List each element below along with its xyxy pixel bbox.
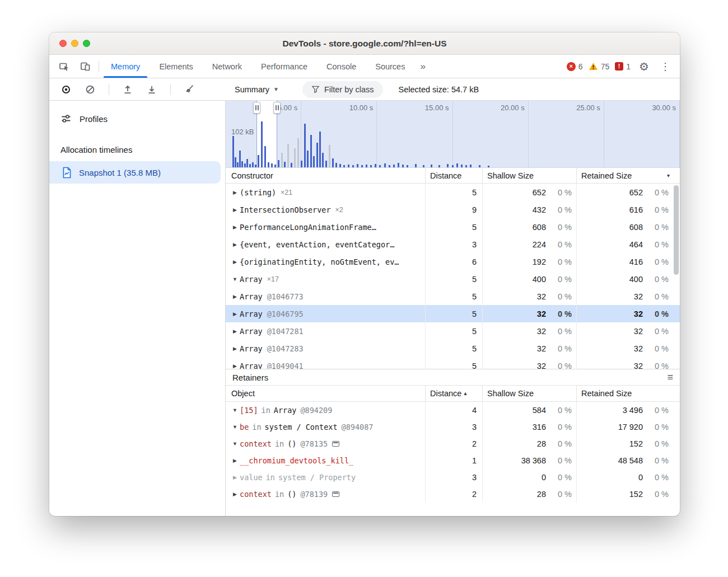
perspective-select[interactable]: Summary ▼ — [235, 85, 279, 94]
column-header-retained-size[interactable]: Retained Size — [577, 386, 673, 401]
inspect-element-icon[interactable] — [56, 59, 72, 74]
column-header-object[interactable]: Object — [226, 386, 426, 401]
table-row[interactable]: ▶PerformanceLongAnimationFrame… 5 6080 %… — [226, 218, 680, 236]
retainer-row[interactable]: ▼beinsystem / Context@894087 3 3160 % 17… — [226, 419, 680, 435]
shallow-size-value: 316 — [533, 423, 546, 431]
reveal-in-sources-icon[interactable] — [332, 491, 339, 497]
close-button[interactable] — [59, 40, 67, 47]
expand-arrow-icon[interactable]: ▶ — [230, 491, 240, 497]
retained-size-pct: 0 % — [643, 456, 669, 465]
timeline-bar — [258, 155, 259, 167]
devtools-window: DevTools - store.google.com/?hl=en-US Me… — [49, 32, 680, 516]
main-menu-button[interactable]: ⋮ — [657, 59, 673, 74]
devtools-tabbar: Memory Elements Network Performance Cons… — [49, 55, 680, 78]
table-row[interactable]: ▶{event, eventAction, eventCategor… 3 22… — [226, 236, 680, 253]
error-badge[interactable]: × 6 — [567, 62, 583, 71]
allocation-timeline[interactable]: 5.00 s 10.00 s 15.00 s 20.00 s 25.00 s 3… — [226, 101, 680, 168]
vertical-scrollbar-thumb[interactable] — [674, 185, 679, 275]
tab-memory[interactable]: Memory — [101, 55, 150, 78]
table-row[interactable]: ▶Array@1046773 5 320 % 320 % — [226, 288, 680, 305]
expand-arrow-icon[interactable]: ▶ — [230, 242, 240, 247]
record-heap-icon[interactable] — [58, 82, 74, 97]
tab-console[interactable]: Console — [317, 55, 366, 78]
column-header-shallow-size[interactable]: Shallow Size — [483, 168, 577, 183]
retainer-row[interactable]: ▶contextin()@78139 2 280 % 1520 % — [226, 486, 680, 503]
warning-badge[interactable]: 75 — [589, 62, 610, 71]
retainer-row[interactable]: ▼[15]inArray@894209 4 5840 % 3 4960 % — [226, 402, 680, 419]
collapse-arrow-icon[interactable]: ▼ — [230, 407, 240, 413]
expand-arrow-icon[interactable]: ▶ — [230, 259, 240, 265]
expand-arrow-icon[interactable]: ▶ — [230, 458, 240, 463]
retainer-row[interactable]: ▶__chromium_devtools_kill_ 1 38 3680 % 4… — [226, 452, 680, 469]
timeline-bar — [301, 161, 302, 167]
table-row[interactable]: ▶IntersectionObserver×2 9 4320 % 6160 % — [226, 201, 680, 218]
clear-profiles-icon[interactable] — [82, 82, 98, 97]
constructor-name: (string) — [240, 188, 276, 197]
zoom-button[interactable] — [83, 40, 90, 47]
tab-network[interactable]: Network — [203, 55, 251, 78]
expand-arrow-icon[interactable]: ▶ — [230, 294, 240, 299]
collapse-arrow-icon[interactable]: ▼ — [230, 424, 240, 430]
column-header-distance[interactable]: Distance — [426, 168, 483, 183]
tab-elements[interactable]: Elements — [150, 55, 202, 78]
settings-button[interactable]: ⚙ — [636, 59, 652, 74]
expand-arrow-icon[interactable]: ▶ — [230, 329, 240, 334]
column-header-constructor[interactable]: Constructor — [226, 168, 426, 183]
shallow-size-value: 400 — [533, 275, 546, 284]
column-header-shallow-size[interactable]: Shallow Size — [483, 386, 577, 401]
snapshot-file-icon — [62, 167, 72, 179]
class-filter-input[interactable]: Filter by class — [302, 81, 383, 98]
collect-garbage-icon[interactable] — [181, 82, 197, 97]
timeline-bar — [307, 151, 309, 167]
expand-arrow-icon[interactable]: ▶ — [230, 346, 240, 351]
profiles-label: Profiles — [80, 114, 108, 124]
table-row[interactable]: ▼Array×17 5 4000 % 4000 % — [226, 270, 680, 288]
table-row[interactable]: ▶Array@1047283 5 320 % 320 % — [226, 340, 680, 357]
perspective-label: Summary — [235, 85, 269, 94]
tab-performance[interactable]: Performance — [251, 55, 317, 78]
collapse-arrow-icon[interactable]: ▼ — [230, 276, 240, 282]
expand-arrow-icon[interactable]: ▶ — [230, 190, 240, 195]
shallow-size-pct: 0 % — [546, 344, 572, 353]
hamburger-menu-icon[interactable]: ≡ — [667, 372, 673, 383]
shallow-size-pct: 0 % — [546, 205, 572, 214]
retainer-row[interactable]: ▼contextin()@78135 2 280 % 1520 % — [226, 435, 680, 452]
selection-left-handle[interactable] — [253, 102, 260, 114]
expand-arrow-icon[interactable]: ▶ — [230, 363, 240, 369]
device-toolbar-icon[interactable] — [77, 59, 93, 74]
issues-badge[interactable]: ! 1 — [615, 62, 631, 71]
column-header-retained-size[interactable]: Retained Size ▾ — [577, 168, 673, 183]
profiles-header[interactable]: Profiles — [49, 107, 225, 130]
reveal-in-sources-icon[interactable] — [332, 441, 339, 447]
more-tabs-icon[interactable]: » — [414, 55, 431, 78]
sidebar-item-snapshot-1[interactable]: Snapshot 1 (35.8 MB) — [49, 161, 221, 184]
retainer-property: value — [240, 473, 263, 482]
retained-size-value: 0 — [638, 473, 643, 482]
table-row[interactable]: ▶{originatingEntity, noGtmEvent, ev… 6 1… — [226, 253, 680, 270]
minimize-button[interactable] — [71, 40, 78, 47]
retained-size-value: 48 548 — [618, 456, 643, 465]
table-row[interactable]: ▶Array@1049041 5 320 % 320 % — [226, 357, 680, 369]
shallow-size-pct: 0 % — [546, 309, 572, 318]
table-row-selected[interactable]: ▶Array@1046795 5 320 % 320 % — [226, 305, 680, 322]
chevron-down-icon: ▼ — [273, 86, 279, 92]
profiles-sidebar: Profiles Allocation timelines Snapshot 1… — [49, 101, 226, 516]
table-row[interactable]: ▶Array@1047281 5 320 % 320 % — [226, 322, 680, 340]
table-row[interactable]: ▶(string)×21 5 6520 % 6520 % — [226, 184, 680, 201]
collapse-arrow-icon[interactable]: ▼ — [230, 441, 240, 447]
window-titlebar[interactable]: DevTools - store.google.com/?hl=en-US — [49, 32, 680, 55]
expand-arrow-icon[interactable]: ▶ — [230, 475, 240, 480]
tune-sliders-icon — [60, 113, 72, 124]
selection-right-handle[interactable] — [273, 102, 281, 114]
load-profile-icon[interactable] — [120, 82, 136, 97]
retained-size-pct: 0 % — [643, 439, 669, 448]
retained-size-pct: 0 % — [643, 423, 669, 431]
retainer-row[interactable]: ▶valueinsystem / Property 3 00 % 00 % — [226, 469, 680, 486]
shallow-size-pct: 0 % — [546, 275, 572, 284]
tab-sources[interactable]: Sources — [366, 55, 414, 78]
column-header-distance-sorted[interactable]: Distance ▲ — [426, 386, 483, 401]
expand-arrow-icon[interactable]: ▶ — [230, 207, 240, 213]
expand-arrow-icon[interactable]: ▶ — [230, 311, 240, 317]
save-profile-icon[interactable] — [144, 82, 160, 97]
expand-arrow-icon[interactable]: ▶ — [230, 224, 240, 230]
